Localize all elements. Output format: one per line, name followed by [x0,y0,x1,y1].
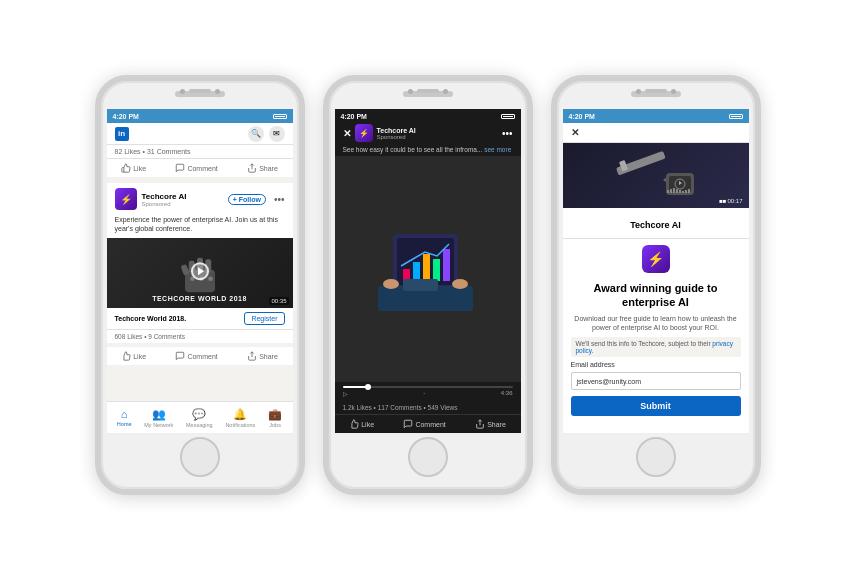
sponsored-1: Sponsored [142,201,223,207]
svg-rect-36 [688,189,690,193]
status-bar-3: 4:20 PM [563,109,749,123]
time-elapsed: - [423,390,425,397]
company-info-2: Techcore AI Sponsored [377,127,416,140]
comment-btn-2[interactable]: Comment [403,419,445,429]
svg-rect-15 [433,259,440,281]
home-label: Home [117,421,132,427]
comment-icon-top [175,163,185,173]
follow-button-1[interactable]: + Follow [228,194,266,205]
see-more-2[interactable]: see more [484,146,511,153]
share-btn-bottom[interactable]: Share [247,351,278,361]
nav-notifications[interactable]: 🔔 Notifications [225,408,255,428]
video-duration-3: ■■ 00:17 [719,198,742,204]
email-input-3[interactable]: jstevens@runity.com [571,372,741,390]
stats-bar-above: 82 Likes • 31 Comments [107,145,293,159]
phone-3-screen: 4:20 PM ✕ [563,109,749,433]
lead-gen-title-3: Award winning guide to enterprise AI [571,281,741,310]
speaker [189,89,211,93]
video-thumb-3[interactable]: ■■ 00:17 [563,143,749,208]
share-label-top: Share [259,165,278,172]
phone-1: 4:20 PM in 🔍 ✉ 82 Likes • 31 Comments [95,75,305,495]
nav-jobs[interactable]: 💼 Jobs [268,408,282,428]
phone-3: 4:20 PM ✕ [551,75,761,495]
video-overlay-text-1: TECHCORE WORLD 2018 [107,295,293,302]
svg-rect-31 [673,188,675,193]
like-btn-bottom[interactable]: Like [121,351,146,361]
phone-2-camera [408,89,448,94]
more-options-2[interactable]: ••• [502,128,513,139]
register-row-1: Techcore World 2018. Register [107,308,293,330]
share-btn-top[interactable]: Share [247,163,278,173]
post-stats-1: 608 Likes • 9 Comments [107,330,293,343]
svg-rect-18 [403,279,438,291]
like-icon-2 [349,419,359,429]
like-btn-top[interactable]: Like [121,163,146,173]
svg-point-20 [452,279,468,289]
email-value-3: jstevens@runity.com [577,378,642,385]
like-icon-bottom [121,351,131,361]
register-label-1: Techcore World 2018. [115,315,187,322]
jobs-icon: 💼 [268,408,282,421]
messaging-label: Messaging [186,422,213,428]
share-label-2: Share [487,421,506,428]
speaker-3 [645,89,667,93]
notifications-icon: 🔔 [233,408,247,421]
time-remaining: 4:36 [501,390,513,397]
close-button-2[interactable]: ✕ [343,128,351,139]
large-video-2[interactable] [335,156,521,382]
svg-rect-13 [413,262,420,281]
play-icon[interactable]: ▷ [343,390,348,397]
play-button-1[interactable] [191,262,209,280]
video-duration-1: 00:35 [269,297,288,305]
post-text-1: Experience the power of enterprise AI. J… [107,215,293,238]
like-label-2: Like [361,421,374,428]
comment-label-bottom: Comment [187,353,217,360]
network-label: My Network [144,422,173,428]
company-logo-1: ⚡ [115,188,137,210]
speaker-2 [417,89,439,93]
battery-1 [273,114,287,119]
nav-messaging[interactable]: 💬 Messaging [186,408,213,428]
share-btn-2[interactable]: Share [475,419,506,429]
submit-button-3[interactable]: Submit [571,396,741,416]
home-icon: ⌂ [121,408,128,420]
search-icon[interactable]: 🔍 [248,126,264,142]
share-icon-top [247,163,257,173]
more-options-1[interactable]: ••• [274,194,285,205]
svg-point-19 [383,279,399,289]
linkedin-logo-1: in [115,127,129,141]
progress-bar-2[interactable] [343,386,513,388]
nav-network[interactable]: 👥 My Network [144,408,173,428]
phone-1-camera [180,89,220,94]
bottom-nav-1: ⌂ Home 👥 My Network 💬 Messaging 🔔 Notifi… [107,401,293,433]
video-thumb-1[interactable]: TECHCORE WORLD 2018 00:35 [107,238,293,308]
camera-dot-2 [215,89,220,94]
svg-point-8 [208,276,213,281]
nav-icons-1: 🔍 ✉ [248,126,285,142]
stats-text-above: 82 Likes • 31 Comments [115,148,191,155]
action-row-bottom: Like Comment Share [107,347,293,371]
phone-3-camera [636,89,676,94]
status-icons-2 [501,114,515,119]
message-icon[interactable]: ✉ [269,126,285,142]
register-button-1[interactable]: Register [244,312,284,325]
status-time-2: 4:20 PM [341,113,367,120]
nav-home[interactable]: ⌂ Home [117,408,132,427]
like-btn-2[interactable]: Like [349,419,374,429]
post-card-1: ⚡ Techcore AI Sponsored + Follow ••• Exp… [107,183,293,343]
company-name-2: Techcore AI [377,127,416,134]
svg-rect-30 [670,189,672,193]
company-logo-centered-3: ⚡ [642,245,670,273]
progress-area-2: ▷ - 4:36 [335,382,521,401]
battery-3 [729,114,743,119]
close-button-3[interactable]: ✕ [571,127,579,138]
svg-rect-14 [423,254,430,281]
feed-1: 82 Likes • 31 Comments Like Comment Shar [107,145,293,401]
lead-gen-body-3: ⚡ Award winning guide to enterprise AI D… [563,239,749,433]
video-action-row-2: Like Comment Share [335,414,521,433]
comment-btn-bottom[interactable]: Comment [175,351,217,361]
jobs-label: Jobs [269,422,281,428]
comment-btn-top[interactable]: Comment [175,163,217,173]
comment-icon-2 [403,419,413,429]
caption-bar-2: See how easy it could be to see all the … [335,143,521,156]
